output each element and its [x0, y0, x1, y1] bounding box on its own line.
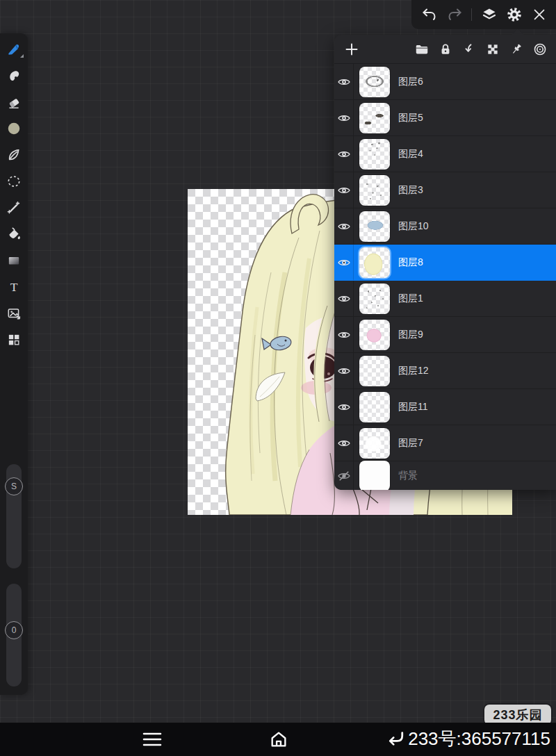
layers-panel-header	[334, 35, 556, 64]
layer-name: 图层5	[398, 112, 423, 124]
layer-row[interactable]: 图层6	[334, 64, 556, 100]
redo-icon[interactable]	[446, 6, 463, 23]
layer-row[interactable]: 图层1	[334, 281, 556, 317]
layer-row[interactable]: 图层7	[334, 425, 556, 461]
layer-thumbnail[interactable]	[359, 284, 390, 314]
tool-leaf-brush[interactable]	[0, 142, 28, 168]
settings-gear-icon[interactable]	[506, 6, 523, 23]
layer-row[interactable]: 图层10	[334, 208, 556, 245]
lock-layer-icon[interactable]	[438, 42, 453, 57]
layer-thumbnail[interactable]	[359, 211, 390, 242]
layer-row[interactable]: 背景	[334, 461, 556, 490]
layer-name: 图层10	[398, 220, 429, 233]
layer-visibility-toggle[interactable]	[334, 425, 354, 461]
layer-thumbnail[interactable]	[359, 67, 390, 97]
eye-icon	[337, 256, 351, 270]
merge-down-icon[interactable]	[461, 42, 477, 57]
layer-name: 图层9	[398, 329, 423, 341]
layer-thumbnail[interactable]	[359, 247, 390, 278]
eye-icon	[337, 436, 351, 450]
layer-row[interactable]: 图层4	[334, 136, 556, 172]
layer-visibility-toggle[interactable]	[334, 245, 354, 280]
tool-fill-bucket[interactable]	[0, 221, 28, 247]
left-toolbar: T S 0	[0, 33, 28, 695]
layer-visibility-toggle[interactable]	[334, 136, 354, 172]
eye-off-icon	[337, 469, 351, 483]
layer-list: 图层6 图层5	[334, 64, 556, 490]
layer-thumbnail[interactable]	[359, 103, 390, 133]
layer-name: 图层7	[398, 437, 423, 450]
eye-icon	[337, 220, 351, 233]
layer-thumbnail[interactable]	[359, 356, 390, 386]
eye-icon	[337, 364, 351, 378]
group-folder-icon[interactable]	[414, 42, 430, 57]
layer-visibility-toggle[interactable]	[334, 317, 354, 352]
toolbar-separator	[471, 8, 472, 21]
close-icon[interactable]	[531, 6, 548, 23]
tool-flyout-indicator	[20, 54, 24, 58]
layer-name: 背景	[398, 470, 418, 482]
layer-name: 图层8	[398, 256, 423, 269]
tool-eraser[interactable]	[0, 89, 28, 115]
eye-icon	[337, 183, 351, 197]
layer-name: 图层6	[398, 76, 423, 88]
layer-name: 图层3	[398, 184, 423, 197]
layers-icon[interactable]	[481, 6, 498, 23]
layer-thumbnail[interactable]	[359, 175, 390, 206]
alpha-pattern-icon[interactable]	[485, 42, 500, 57]
layer-row[interactable]: 图层8	[334, 245, 556, 281]
layer-thumbnail[interactable]	[359, 392, 390, 422]
user-id-text: 233号:365577115	[408, 727, 550, 751]
watermark-badge: 233乐园	[484, 705, 551, 725]
tool-list: T	[0, 36, 28, 353]
tool-pen[interactable]	[0, 36, 28, 63]
layer-visibility-toggle[interactable]	[334, 172, 354, 208]
layer-name: 图层1	[398, 293, 423, 305]
eye-icon	[337, 147, 351, 161]
layer-thumbnail[interactable]	[359, 428, 390, 459]
tool-gradient[interactable]	[0, 247, 28, 274]
layer-visibility-toggle[interactable]	[334, 64, 354, 99]
eye-icon	[337, 75, 351, 89]
tool-image-import[interactable]	[0, 300, 28, 327]
paint-app-root: T S 0	[0, 0, 556, 756]
layer-row[interactable]: 图层3	[334, 172, 556, 208]
layer-thumbnail[interactable]	[359, 461, 390, 491]
tool-magic-wand[interactable]	[0, 195, 28, 221]
layer-row[interactable]: 图层5	[334, 100, 556, 136]
reference-target-icon[interactable]	[532, 42, 548, 57]
layer-visibility-toggle[interactable]	[334, 100, 354, 135]
layer-visibility-toggle[interactable]	[334, 353, 354, 388]
layers-panel: 图层6 图层5	[334, 35, 556, 490]
brush-size-handle[interactable]: S	[5, 477, 23, 495]
layer-thumbnail[interactable]	[359, 139, 390, 170]
layer-visibility-toggle[interactable]	[334, 389, 354, 425]
tool-color-swatch[interactable]	[0, 115, 28, 142]
layer-row[interactable]: 图层12	[334, 353, 556, 389]
layer-row[interactable]: 图层11	[334, 389, 556, 425]
undo-icon[interactable]	[421, 6, 438, 23]
nav-back-icon[interactable]	[386, 728, 407, 751]
layer-name: 图层11	[398, 401, 428, 413]
android-nav-bar: 233号:365577115	[0, 723, 556, 756]
tool-lasso-select[interactable]	[0, 168, 28, 195]
add-layer-icon[interactable]	[341, 39, 362, 60]
top-toolbar	[411, 0, 556, 29]
layer-visibility-toggle[interactable]	[334, 461, 354, 490]
nav-menu-icon[interactable]	[142, 730, 162, 751]
tool-layout-grid[interactable]	[0, 327, 28, 353]
pin-layer-icon[interactable]	[509, 42, 524, 57]
layer-row[interactable]: 图层9	[334, 317, 556, 353]
eye-icon	[337, 111, 351, 125]
layer-name: 图层12	[398, 365, 429, 377]
nav-home-icon[interactable]	[269, 730, 288, 752]
tool-smudge[interactable]	[0, 63, 28, 89]
eye-icon	[337, 400, 351, 414]
opacity-handle[interactable]: 0	[5, 621, 23, 639]
svg-text:T: T	[10, 280, 18, 294]
layer-visibility-toggle[interactable]	[334, 208, 354, 244]
tool-text[interactable]: T	[0, 274, 28, 300]
layer-visibility-toggle[interactable]	[334, 281, 354, 316]
layer-name: 图层4	[398, 148, 423, 161]
layer-thumbnail[interactable]	[359, 320, 390, 350]
